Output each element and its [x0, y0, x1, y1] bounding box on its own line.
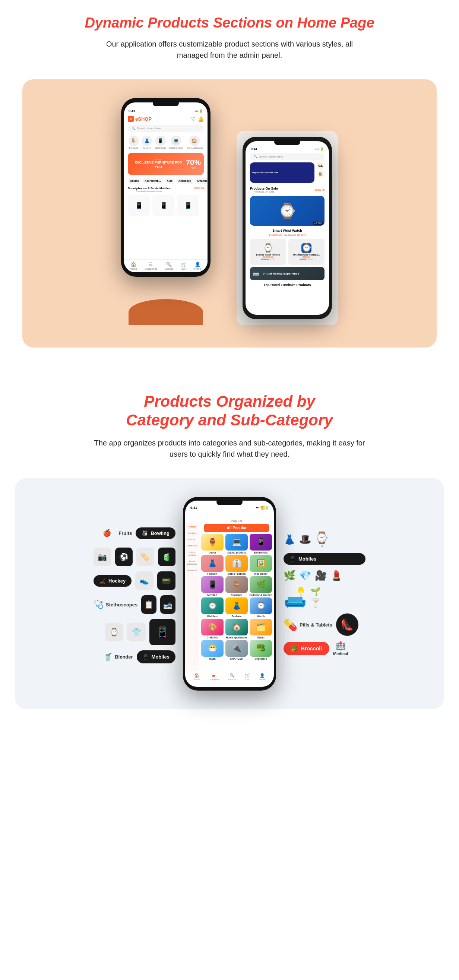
cat-digital-label: Digital product [169, 147, 183, 149]
brand-adidas[interactable]: Adidas [128, 178, 141, 184]
medical-icon: 🏥 [336, 641, 346, 651]
right-phone-search[interactable]: 🔍 Search items here [250, 153, 325, 160]
nav-categories[interactable]: ☰ Categories [145, 262, 157, 270]
heart-icon[interactable]: ♡ [191, 116, 196, 122]
cat-home-icon: 🏠 [189, 135, 200, 146]
cat-furniture[interactable]: 🪑 Furniture [129, 135, 139, 149]
grid-stand[interactable]: 🗂️ Stand [249, 619, 273, 639]
nav-profile-label: Profile [194, 267, 202, 270]
cat-digital[interactable]: 💻 Digital product [169, 135, 183, 149]
cp-nav-cart[interactable]: 🛒 Cart [245, 673, 250, 681]
grid-digital[interactable]: 💻 Digital product [225, 534, 248, 554]
grid-homeapp[interactable]: 🏠 Home appliances [225, 619, 248, 639]
grid-mobile[interactable]: 📱 MOBILE [201, 576, 224, 597]
camera2-icon: 🎥 [315, 570, 327, 581]
plant-icon: 🌱 [310, 587, 320, 597]
rp-vr-banner: 🥽 Virtual Reality Experience [250, 267, 325, 280]
cat-fashion[interactable]: 👗 Fashion [142, 135, 152, 149]
cat-electronics[interactable]: 📱 Electronics [155, 135, 166, 149]
grid-walldecor[interactable]: 🖼️ Wall Decor [249, 555, 273, 575]
rp-watch-card-1[interactable]: ⌚ Leather watch for men $6,599.00 $4,399… [250, 239, 286, 265]
rp-watch-name: Smart Wrist Watch [245, 227, 329, 233]
cat-fruits: 🍎 Fruits [97, 524, 132, 542]
nav-home[interactable]: 🏠 Home [130, 262, 137, 270]
right-small-icons: 🌱 🍸 [310, 587, 320, 608]
left-phone-search[interactable]: 🔍 Search items here [128, 125, 204, 132]
bell-icon[interactable]: 🔔 [198, 116, 204, 122]
grid-mensfashion[interactable]: 👔 Men's Fashion [225, 555, 248, 575]
brand-abercromb[interactable]: Abercromb... [142, 178, 163, 184]
heel-icon: 👠 [336, 614, 359, 636]
bowling-icon: 🎳 [142, 530, 148, 536]
center-phone-grid: 🏺 Decor 💻 Digital product 📱 Electronics [199, 532, 274, 662]
cp-nav-categories[interactable]: ☰ Categories [209, 673, 220, 681]
left-phone-banner: eShop EXCLUSIVE FURNITURE FOR YOU 70% OF… [128, 153, 204, 175]
left-phone-header-icons: ♡ 🔔 [191, 116, 204, 122]
nav-explore-label: Explore [165, 267, 174, 270]
sidebar-furniture[interactable]: Furniture [186, 531, 198, 536]
nav-cart-label: Cart [182, 267, 186, 270]
brand-amanda[interactable]: Amanda [195, 178, 207, 184]
mobiles-icon: 📱 [143, 654, 149, 660]
grid-fashion[interactable]: 👗 Fashion [201, 555, 224, 575]
cat-furniture-icon: 🪑 [129, 135, 139, 146]
cat-home[interactable]: 🏠 Home appliances [186, 135, 203, 149]
cp-nav-home[interactable]: 🏠 Home [194, 673, 200, 681]
left-phone-section-title: Smartphones & Basic Mobiles Top deals on… [128, 187, 171, 192]
rp-sale-title: Products On Sale [250, 187, 278, 190]
sidebar-homeapp[interactable]: Home appliances [186, 559, 198, 566]
grid-electronics[interactable]: 📱 Electronics [249, 534, 273, 554]
center-phone-signal: ▪▪▪ 📶🔋 [256, 506, 269, 509]
cat-mobiles-pill: 📱 Mobiles [137, 651, 175, 663]
grid-watch[interactable]: ⌚ Watch [249, 597, 273, 617]
product-card-1[interactable]: 📱 [128, 195, 150, 216]
rp-promo-num-1: 03. [317, 162, 325, 169]
left-phone-show-all[interactable]: Show All [194, 187, 204, 192]
grid-watches[interactable]: ⌚ Watches [201, 597, 224, 617]
grid-furniture2[interactable]: 🪑 Furniture [225, 576, 248, 597]
rp-heart-icon[interactable]: ♡ [321, 197, 324, 200]
left-phone-search-text: Search items here [137, 127, 161, 130]
grid-outdoor[interactable]: 🌿 Outdoor & Garden [249, 576, 273, 597]
brand-aldo[interactable]: Aldo [165, 178, 175, 184]
grid-vegetable[interactable]: 🥦 Vegetable [249, 640, 273, 660]
cp-nav-explore[interactable]: 🔍 Explore [228, 673, 236, 681]
grid-furniture2-img: 🪑 [225, 576, 248, 593]
cp-all-popular[interactable]: All Popular [204, 524, 269, 532]
rp-featured-watch[interactable]: ⌚ ♡ ★ 3.70 | 3 [250, 196, 325, 226]
sidebar-digital[interactable]: Digital product [186, 550, 198, 558]
banner-percent: 70% OFF [186, 158, 201, 169]
grid-mask[interactable]: 😷 Mask [201, 640, 224, 660]
grid-charger[interactable]: 🔌 CHARGER [225, 640, 248, 660]
gem-icon: 💎 [299, 570, 311, 581]
cat-electronics-icon: 📱 [155, 135, 166, 146]
product-card-2[interactable]: 📱 [152, 195, 175, 216]
nav-profile[interactable]: 👤 Profile [194, 262, 202, 270]
cat-medical: 🏥 Medical [333, 641, 348, 656]
grid-decor[interactable]: 🏺 Decor [201, 534, 224, 554]
nav-cart[interactable]: 🛒 Cart [181, 262, 186, 270]
rp-show-all[interactable]: Show All [314, 188, 325, 191]
grid-watch-label: Watch [257, 615, 265, 617]
cup-icon-sq: 🧃 [158, 547, 176, 566]
sidebar-popular[interactable]: Popular [186, 525, 198, 529]
sidebar-electronics[interactable]: Electronics [186, 544, 198, 548]
soccer-icon-sq: ⚽ [115, 547, 133, 566]
center-phone-main: Popular All Popular 🏺 Decor 💻 Digital pr… [199, 519, 274, 672]
right-phone-time: 9:41 [251, 147, 257, 151]
search-icon: 🔍 [132, 127, 135, 130]
grid-decor-img: 🏺 [201, 534, 223, 550]
cp-nav-categories-label: Categories [209, 678, 220, 681]
cat-broccoli-pill: 🥦 Broccoli [284, 642, 329, 655]
sidebar-fashion[interactable]: Fashion [186, 537, 198, 542]
rp-watch-card-2[interactable]: ⌚ Oris Men Grey Analogu... $210.00 $420.… [288, 239, 325, 265]
cp-nav-profile[interactable]: 👤 Profile [259, 673, 265, 681]
grid-craftkits[interactable]: 🎨 Craft kits [201, 619, 224, 639]
rp-watch-old-price: $8,599.00 [284, 234, 296, 236]
sidebar-vegetable[interactable]: Vegetable [186, 568, 198, 573]
grid-watch-img: ⌚ [250, 597, 272, 614]
nav-explore[interactable]: 🔍 Explore [165, 262, 174, 270]
product-card-3[interactable]: 📱 [177, 195, 199, 216]
brand-allendolly[interactable]: Allendolly [176, 178, 193, 184]
grid-fashion2[interactable]: 👗 Fashion [225, 597, 248, 617]
